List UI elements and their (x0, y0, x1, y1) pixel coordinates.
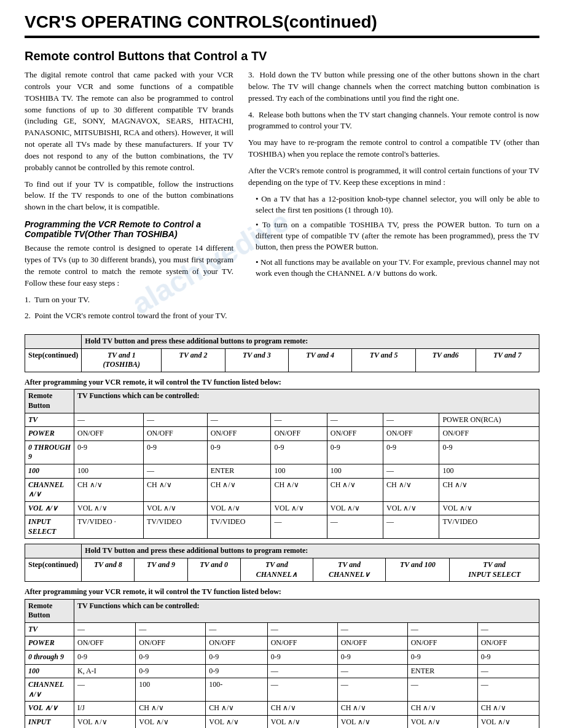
table1-col1: TV and 1(TOSHIBA) (82, 348, 162, 372)
bullet2: To turn on a compatible TOSHIBA TV, pres… (248, 219, 539, 253)
right-step3: 3. Hold down the TV button while pressin… (248, 69, 539, 104)
table2-remote-header: RemoteButton (25, 599, 74, 622)
table2-func-row-tv: TV — — — — — — — (25, 622, 539, 636)
step1: 1. Turn on your TV. (25, 294, 233, 306)
table1-func-row-channel: CHANNEL ∧/∨ CH ∧/∨ CH ∧/∨ CH ∧/∨ CH ∧/∨ … (25, 478, 539, 501)
left-para2: To find out if your TV is compatible, fo… (25, 179, 233, 214)
remote2-channel: CHANNEL ∧/∨ (25, 678, 74, 702)
remote2-100: 100 (25, 664, 74, 678)
remote-0through9: 0 THROUGH 9 (25, 440, 74, 464)
left-column: The digital remote control that came pac… (25, 69, 233, 327)
table1-func-row-input: INPUT SELECT TV/VIDEO · TV/VIDEO TV/VIDE… (25, 515, 539, 539)
table2-functions: RemoteButton TV Functions which can be c… (25, 599, 539, 728)
table1-step-label: Step(continued) (25, 348, 82, 372)
table2-after: After programming your VCR remote, it wi… (25, 587, 539, 597)
table2-col1: TV and 8 (82, 558, 135, 582)
table2-func-row-kai: 100 K, A-I 0-9 0-9 — — ENTER — (25, 664, 539, 678)
remote2-tv: TV (25, 622, 74, 636)
table2-header: Hold TV button and press these additiona… (82, 544, 539, 558)
table1-func-row-power: POWER ON/OFF ON/OFF ON/OFF ON/OFF ON/OFF… (25, 427, 539, 441)
table1-col7: TV and 7 (476, 348, 539, 372)
remote2-vol: VOL ∧/∨ (25, 702, 74, 716)
table1-col4: TV and 4 (289, 348, 352, 372)
left-para3: Because the remote control is designed t… (25, 243, 233, 289)
table1-col3: TV and 3 (225, 348, 288, 372)
remote2-input: INPUT SELECT (25, 716, 74, 729)
table1-func-row-100: 100 100 — ENTER 100 100 — 100 (25, 464, 539, 478)
subsection-title: Programming the VCR Remote to Control a … (25, 219, 233, 239)
table2-col4: TV andCHANNEL∧ (240, 558, 313, 582)
remote2-0through9: 0 through 9 (25, 651, 74, 665)
remote-power: POWER (25, 427, 74, 441)
table2-step-label: Step(continued) (25, 558, 82, 582)
after-para: After the VCR's remote control is progra… (248, 165, 539, 189)
table1-func-header: TV Functions which can be controlled: (74, 389, 539, 413)
bullet3: Not all functions may be available on yo… (248, 257, 539, 279)
bullets-list: On a TV that has a 12-position knob-type… (248, 194, 539, 279)
bullet1: On a TV that has a 12-position knob-type… (248, 194, 539, 216)
step2: 2. Point the VCR's remote control toward… (25, 310, 233, 322)
table2-col2: TV and 9 (135, 558, 187, 582)
table1-func-row-tv: TV — — — — — — POWER ON(RCA) (25, 413, 539, 427)
table1: Hold TV button and press these additiona… (25, 334, 539, 372)
left-para1: The digital remote control that came pac… (25, 69, 233, 174)
remote-tv: TV (25, 413, 74, 427)
table1-after: After programming your VCR remote, it wi… (25, 377, 539, 388)
table2: Hold TV button and press these additiona… (25, 544, 539, 582)
table1-col5: TV and 5 (352, 348, 415, 372)
table2-func-row-vol: VOL ∧/∨ I/J CH ∧/∨ CH ∧/∨ CH ∧/∨ CH ∧/∨ … (25, 702, 539, 716)
table1-col6: TV and6 (415, 348, 476, 372)
table2-col7: TV andINPUT SELECT (450, 558, 539, 582)
table2-func-header: TV Functions which can be controlled: (74, 599, 539, 622)
table2-func-row-0through9: 0 through 9 0-9 0-9 0-9 0-9 0-9 0-9 0-9 (25, 651, 539, 665)
table1-functions: RemoteButton TV Functions which can be c… (25, 389, 539, 539)
page-title: VCR'S OPERATING CONTROLS(continued) (25, 12, 539, 38)
table2-func-row-ij: CHANNEL ∧/∨ — 100 100- — — — — (25, 678, 539, 702)
reprogram-para: You may have to re-program the remote co… (248, 137, 539, 160)
table2-col5: TV andCHANNEL∨ (313, 558, 385, 582)
table2-func-row-input2: INPUT SELECT VOL ∧/∨ VOL ∧/∨ VOL ∧/∨ VOL… (25, 716, 539, 729)
remote-input: INPUT SELECT (25, 515, 74, 539)
table1-func-row-0through9: 0 THROUGH 9 0-9 0-9 0-9 0-9 0-9 0-9 0-9 (25, 440, 539, 464)
remote-channel: CHANNEL ∧/∨ (25, 478, 74, 501)
remote-100: 100 (25, 464, 74, 478)
right-column: 3. Hold down the TV button while pressin… (248, 69, 539, 327)
table2-func-row-power: POWER ON/OFF ON/OFF ON/OFF ON/OFF ON/OFF… (25, 636, 539, 651)
remote-vol: VOL ∧/∨ (25, 501, 74, 515)
remote2-power: POWER (25, 636, 74, 651)
table1-col2: TV and 2 (162, 348, 225, 372)
table1-header: Hold TV button and press these additiona… (82, 335, 539, 349)
right-step4: 4. Release both buttons when the TV star… (248, 109, 539, 133)
table1-empty-header (25, 335, 82, 349)
table2-empty-header (25, 544, 82, 558)
table2-col6: TV and 100 (386, 558, 450, 582)
table1-remote-header: RemoteButton (25, 389, 74, 413)
section-title: Remote control Buttons that Control a TV (25, 49, 539, 63)
table1-func-row-vol: VOL ∧/∨ VOL ∧/∨ VOL ∧/∨ VOL ∧/∨ VOL ∧/∨ … (25, 501, 539, 515)
table2-col3: TV and 0 (187, 558, 240, 582)
